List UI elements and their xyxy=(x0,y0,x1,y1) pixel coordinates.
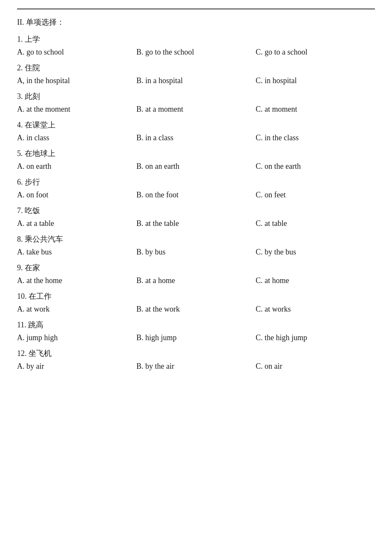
option-8-A: A. take bus xyxy=(17,248,136,257)
option-7-A: A. at a table xyxy=(17,219,136,228)
option-5-B: B. on an earth xyxy=(136,162,256,171)
options-row-2: A, in the hospitalB. in a hospitalC. in … xyxy=(17,76,375,85)
option-6-A: A. on foot xyxy=(17,191,136,199)
option-2-C: C. in hospital xyxy=(256,76,375,85)
section-title: II. 单项选择： xyxy=(17,17,375,27)
options-row-6: A. on footB. on the footC. on feet xyxy=(17,191,375,199)
option-9-A: A. at the home xyxy=(17,276,136,285)
option-12-B: B. by the air xyxy=(136,362,256,371)
option-3-B: B. at a moment xyxy=(136,105,256,114)
option-4-B: B. in a class xyxy=(136,133,256,142)
option-12-A: A. by air xyxy=(17,362,136,371)
option-6-C: C. on feet xyxy=(256,191,375,199)
question-block-5: 5. 在地球上A. on earthB. on an earthC. on th… xyxy=(17,148,375,171)
option-10-C: C. at works xyxy=(256,305,375,314)
question-title-6: 6. 步行 xyxy=(17,177,375,187)
top-border xyxy=(17,9,375,9)
question-block-4: 4. 在课堂上A. in classB. in a classC. in the… xyxy=(17,120,375,142)
option-11-A: A. jump high xyxy=(17,333,136,342)
options-row-9: A. at the homeB. at a homeC. at home xyxy=(17,276,375,285)
question-block-12: 12. 坐飞机A. by airB. by the airC. on air xyxy=(17,348,375,371)
option-2-A: A, in the hospital xyxy=(17,76,136,85)
option-3-C: C. at moment xyxy=(256,105,375,114)
options-row-3: A. at the momentB. at a momentC. at mome… xyxy=(17,105,375,114)
option-1-B: B. go to the school xyxy=(136,48,256,57)
options-row-7: A. at a tableB. at the tableC. at table xyxy=(17,219,375,228)
question-block-10: 10. 在工作A. at workB. at the workC. at wor… xyxy=(17,291,375,314)
question-title-1: 1. 上学 xyxy=(17,34,375,44)
question-title-8: 8. 乘公共汽车 xyxy=(17,234,375,244)
option-5-A: A. on earth xyxy=(17,162,136,171)
question-block-8: 8. 乘公共汽车A. take busB. by busC. by the bu… xyxy=(17,234,375,257)
options-row-10: A. at workB. at the workC. at works xyxy=(17,305,375,314)
option-9-C: C. at home xyxy=(256,276,375,285)
question-title-9: 9. 在家 xyxy=(17,263,375,273)
question-title-12: 12. 坐飞机 xyxy=(17,348,375,358)
question-block-11: 11. 跳高A. jump highB. high jumpC. the hig… xyxy=(17,320,375,342)
option-12-C: C. on air xyxy=(256,362,375,371)
option-8-B: B. by bus xyxy=(136,248,256,257)
option-3-A: A. at the moment xyxy=(17,105,136,114)
question-block-2: 2. 住院A, in the hospitalB. in a hospitalC… xyxy=(17,63,375,85)
question-block-1: 1. 上学A. go to schoolB. go to the schoolC… xyxy=(17,34,375,57)
option-11-B: B. high jump xyxy=(136,333,256,342)
options-row-11: A. jump highB. high jumpC. the high jump xyxy=(17,333,375,342)
option-7-C: C. at table xyxy=(256,219,375,228)
option-1-C: C. go to a school xyxy=(256,48,375,57)
option-9-B: B. at a home xyxy=(136,276,256,285)
question-title-11: 11. 跳高 xyxy=(17,320,375,330)
question-block-9: 9. 在家A. at the homeB. at a homeC. at hom… xyxy=(17,263,375,285)
option-2-B: B. in a hospital xyxy=(136,76,256,85)
option-11-C: C. the high jump xyxy=(256,333,375,342)
option-7-B: B. at the table xyxy=(136,219,256,228)
question-title-3: 3. 此刻 xyxy=(17,91,375,101)
question-title-10: 10. 在工作 xyxy=(17,291,375,301)
option-1-A: A. go to school xyxy=(17,48,136,57)
options-row-1: A. go to schoolB. go to the schoolC. go … xyxy=(17,48,375,57)
option-10-A: A. at work xyxy=(17,305,136,314)
question-title-4: 4. 在课堂上 xyxy=(17,120,375,130)
option-5-C: C. on the earth xyxy=(256,162,375,171)
questions-container: 1. 上学A. go to schoolB. go to the schoolC… xyxy=(17,34,375,371)
question-title-2: 2. 住院 xyxy=(17,63,375,73)
question-title-7: 7. 吃饭 xyxy=(17,205,375,216)
options-row-5: A. on earthB. on an earthC. on the earth xyxy=(17,162,375,171)
option-4-C: C. in the class xyxy=(256,133,375,142)
question-block-6: 6. 步行A. on footB. on the footC. on feet xyxy=(17,177,375,199)
option-4-A: A. in class xyxy=(17,133,136,142)
option-6-B: B. on the foot xyxy=(136,191,256,199)
option-8-C: C. by the bus xyxy=(256,248,375,257)
options-row-4: A. in classB. in a classC. in the class xyxy=(17,133,375,142)
question-title-5: 5. 在地球上 xyxy=(17,148,375,159)
question-block-3: 3. 此刻A. at the momentB. at a momentC. at… xyxy=(17,91,375,114)
question-block-7: 7. 吃饭A. at a tableB. at the tableC. at t… xyxy=(17,205,375,228)
options-row-8: A. take busB. by busC. by the bus xyxy=(17,248,375,257)
option-10-B: B. at the work xyxy=(136,305,256,314)
options-row-12: A. by airB. by the airC. on air xyxy=(17,362,375,371)
